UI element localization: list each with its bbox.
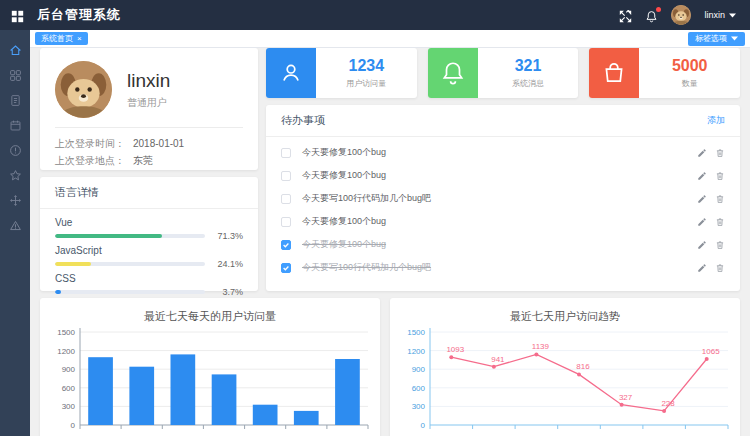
todo-card: 待办事项 添加 今天要修复100个bug 今天要修复100个bug 今天要写10… bbox=[266, 105, 740, 291]
language-card-title: 语言详情 bbox=[55, 185, 99, 200]
bag-icon bbox=[589, 48, 639, 98]
warn-circle-icon bbox=[9, 143, 22, 161]
profile-field-row: 上次登录时间：2018-01-01 bbox=[55, 135, 243, 152]
todo-row: 今天要写100行代码加几个bug吧 bbox=[281, 187, 725, 210]
sidebar-item-apps[interactable] bbox=[0, 64, 30, 89]
delete-icon[interactable] bbox=[715, 144, 725, 162]
language-card-header: 语言详情 bbox=[40, 177, 258, 209]
svg-text:1200: 1200 bbox=[57, 347, 75, 356]
line-chart-title: 最近七天用户访问趋势 bbox=[390, 298, 740, 326]
edit-icon[interactable] bbox=[697, 236, 707, 254]
profile-field-label: 上次登录地点： bbox=[55, 152, 133, 169]
edit-icon[interactable] bbox=[697, 190, 707, 208]
sidebar-item-warning-triangle[interactable] bbox=[0, 214, 30, 239]
tag-options-button[interactable]: 标签选项 bbox=[688, 32, 745, 46]
todo-checkbox[interactable] bbox=[281, 148, 291, 158]
language-name: Vue bbox=[55, 217, 243, 228]
todo-card-header: 待办事项 添加 bbox=[266, 105, 740, 137]
profile-role: 普通用户 bbox=[127, 96, 170, 110]
apps-icon bbox=[9, 68, 22, 86]
header-right: linxin bbox=[619, 5, 750, 25]
stat-label: 数量 bbox=[682, 78, 698, 89]
profile-card: linxin 普通用户 上次登录时间：2018-01-01上次登录地点：东莞 bbox=[40, 48, 258, 170]
tag-options-label: 标签选项 bbox=[695, 33, 727, 44]
svg-text:327: 327 bbox=[619, 393, 633, 402]
header-avatar[interactable] bbox=[671, 5, 691, 25]
delete-icon[interactable] bbox=[715, 213, 725, 231]
svg-text:600: 600 bbox=[62, 384, 76, 393]
stat-card-bell: 321 系统消息 bbox=[428, 48, 579, 98]
edit-icon[interactable] bbox=[697, 167, 707, 185]
move-icon bbox=[9, 193, 22, 211]
edit-icon[interactable] bbox=[697, 213, 707, 231]
todo-text: 今天要修复100个bug bbox=[302, 146, 686, 159]
fullscreen-icon[interactable] bbox=[619, 9, 632, 22]
line-chart-card: 最近七天用户访问趋势 03006009001200150010939411139… bbox=[390, 298, 740, 436]
stats-row: 1234 用户访问量 321 系统消息 5000 数量 bbox=[266, 48, 740, 98]
svg-text:228: 228 bbox=[661, 399, 675, 408]
profile-field-row: 上次登录地点：东莞 bbox=[55, 152, 243, 169]
svg-text:300: 300 bbox=[412, 402, 426, 411]
stat-card-user: 1234 用户访问量 bbox=[266, 48, 417, 98]
tab-label: 系统首页 bbox=[41, 33, 73, 44]
app-header: 后台管理系统 linxin bbox=[0, 0, 750, 30]
user-icon bbox=[266, 48, 316, 98]
todo-text: 今天要修复100个bug bbox=[302, 238, 686, 251]
user-menu[interactable]: linxin bbox=[704, 10, 736, 20]
tab-close-icon[interactable]: × bbox=[77, 35, 82, 43]
edit-icon[interactable] bbox=[697, 144, 707, 162]
language-name: JavaScript bbox=[55, 245, 243, 256]
svg-text:1065: 1065 bbox=[702, 347, 720, 356]
delete-icon[interactable] bbox=[715, 259, 725, 277]
sidebar-item-star[interactable] bbox=[0, 164, 30, 189]
line-chart-body: 0300600900120015001093941113981632722810… bbox=[390, 326, 740, 436]
todo-row: 今天要修复100个bug bbox=[281, 233, 725, 256]
svg-text:941: 941 bbox=[491, 355, 505, 364]
profile-fields: 上次登录时间：2018-01-01上次登录地点：东莞 bbox=[40, 128, 258, 176]
sidebar-item-warn-circle[interactable] bbox=[0, 139, 30, 164]
todo-checkbox[interactable] bbox=[281, 194, 291, 204]
todo-text: 今天要写100行代码加几个bug吧 bbox=[302, 261, 686, 274]
stat-label: 系统消息 bbox=[512, 78, 544, 89]
stat-value: 321 bbox=[515, 57, 542, 75]
notification-bell-icon[interactable] bbox=[645, 9, 658, 22]
language-percent: 3.7% bbox=[213, 287, 243, 297]
svg-text:1093: 1093 bbox=[446, 345, 464, 354]
star-icon bbox=[9, 168, 22, 186]
delete-icon[interactable] bbox=[715, 190, 725, 208]
todo-checkbox[interactable] bbox=[281, 217, 291, 227]
delete-icon[interactable] bbox=[715, 236, 725, 254]
language-row: JavaScript 24.1% bbox=[55, 245, 243, 269]
stat-value: 5000 bbox=[672, 57, 708, 75]
stat-card-bag: 5000 数量 bbox=[589, 48, 740, 98]
bar-chart-canvas: 030060090012001500 bbox=[44, 326, 376, 436]
svg-text:1500: 1500 bbox=[57, 328, 75, 337]
todo-checkbox[interactable] bbox=[281, 240, 291, 250]
bar-chart-title: 最近七天每天的用户访问量 bbox=[40, 298, 380, 326]
todo-row: 今天要修复100个bug bbox=[281, 210, 725, 233]
todo-checkbox[interactable] bbox=[281, 171, 291, 181]
sidebar-item-home[interactable] bbox=[0, 39, 30, 64]
sidebar-item-document[interactable] bbox=[0, 89, 30, 114]
todo-checkbox[interactable] bbox=[281, 263, 291, 273]
svg-text:900: 900 bbox=[412, 365, 426, 374]
bell-icon bbox=[428, 48, 478, 98]
language-row: CSS 3.7% bbox=[55, 273, 243, 297]
profile-field-value: 2018-01-01 bbox=[133, 135, 184, 152]
edit-icon[interactable] bbox=[697, 259, 707, 277]
sidebar-item-move[interactable] bbox=[0, 189, 30, 214]
line-chart-canvas: 0300600900120015001093941113981632722810… bbox=[394, 326, 736, 436]
todo-row: 今天要写100行代码加几个bug吧 bbox=[281, 256, 725, 279]
delete-icon[interactable] bbox=[715, 167, 725, 185]
stat-label: 用户访问量 bbox=[346, 78, 386, 89]
svg-text:600: 600 bbox=[412, 384, 426, 393]
language-percent: 24.1% bbox=[213, 259, 243, 269]
todo-add-link[interactable]: 添加 bbox=[707, 114, 725, 127]
main-content: linxin 普通用户 上次登录时间：2018-01-01上次登录地点：东莞 语… bbox=[30, 48, 750, 436]
profile-name: linxin bbox=[127, 70, 170, 92]
svg-text:300: 300 bbox=[62, 402, 76, 411]
profile-top: linxin 普通用户 bbox=[40, 48, 258, 127]
tab-system-home[interactable]: 系统首页 × bbox=[35, 32, 88, 45]
collapse-menu-icon[interactable] bbox=[11, 9, 24, 22]
sidebar-item-calendar[interactable] bbox=[0, 114, 30, 139]
